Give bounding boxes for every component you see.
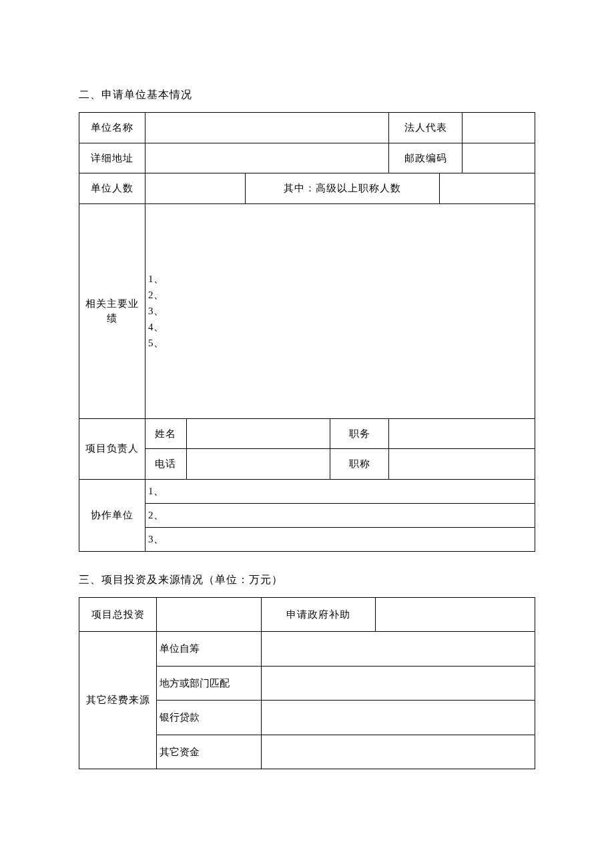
title-value: [389, 449, 535, 480]
achievement-item-5: 5、: [148, 338, 164, 348]
achievements-value: 1、 2、 3、 4、 5、: [145, 203, 535, 418]
achievement-item-4: 4、: [148, 322, 164, 332]
achievement-item-2: 2、: [148, 290, 164, 300]
unit-info-table: 单位名称 法人代表 详细地址 邮政编码 单位人数 其中：高级以上职称人数 相关主…: [79, 112, 535, 552]
unit-name-label: 单位名称: [79, 113, 145, 143]
project-leader-label: 项目负责人: [79, 418, 145, 479]
table-row: 单位名称 法人代表: [79, 113, 535, 143]
table-row: 3、: [79, 527, 535, 551]
local-match-value: [262, 666, 535, 701]
address-label: 详细地址: [79, 143, 145, 173]
senior-count-value: [439, 173, 535, 204]
legal-rep-label: 法人代表: [389, 113, 462, 143]
unit-count-label: 单位人数: [79, 173, 145, 204]
postal-value: [462, 143, 535, 173]
achievement-item-3: 3、: [148, 306, 164, 316]
table-row: 单位人数 其中：高级以上职称人数: [79, 173, 535, 204]
self-raised-label: 单位自筹: [157, 632, 262, 667]
postal-label: 邮政编码: [389, 143, 462, 173]
table-row: 2、: [79, 503, 535, 527]
table-row: 协作单位 1、: [79, 479, 535, 503]
table-row: 详细地址 邮政编码: [79, 143, 535, 173]
legal-rep-value: [462, 113, 535, 143]
bank-loan-label: 银行贷款: [157, 701, 262, 735]
achievement-item-1: 1、: [148, 274, 164, 284]
position-value: [389, 418, 535, 449]
address-value: [145, 143, 389, 173]
phone-label: 电话: [145, 449, 186, 480]
phone-value: [186, 449, 330, 480]
achievements-label: 相关主要业绩: [79, 203, 145, 418]
self-raised-value: [262, 632, 535, 667]
collab-label: 协作单位: [79, 479, 145, 551]
name-label: 姓名: [145, 418, 186, 449]
position-label: 职务: [330, 418, 389, 449]
bank-loan-value: [262, 701, 535, 735]
local-match-label: 地方或部门匹配: [157, 666, 262, 701]
table-row: 电话 职称: [79, 449, 535, 480]
table-row: 项目总投资 申请政府补助: [79, 597, 535, 632]
total-invest-value: [157, 597, 262, 632]
gov-subsidy-label: 申请政府补助: [262, 597, 376, 632]
gov-subsidy-value: [375, 597, 535, 632]
section-3-heading: 三、项目投资及来源情况（单位：万元）: [79, 572, 535, 588]
other-funds-value: [262, 735, 535, 769]
total-invest-label: 项目总投资: [79, 597, 157, 632]
table-row: 其它经费来源 单位自筹: [79, 632, 535, 667]
investment-table: 项目总投资 申请政府补助 其它经费来源 单位自筹 地方或部门匹配 银行贷款 其它…: [79, 597, 535, 770]
collab-1: 1、: [145, 479, 535, 503]
unit-name-value: [145, 113, 389, 143]
title-label: 职称: [330, 449, 389, 480]
section-2-heading: 二、申请单位基本情况: [79, 87, 535, 103]
table-row: 项目负责人 姓名 职务: [79, 418, 535, 449]
senior-count-label: 其中：高级以上职称人数: [246, 173, 439, 204]
other-sources-label: 其它经费来源: [79, 632, 157, 769]
table-row: 相关主要业绩 1、 2、 3、 4、 5、: [79, 203, 535, 418]
unit-count-value: [145, 173, 246, 204]
collab-3: 3、: [145, 527, 535, 551]
collab-2: 2、: [145, 503, 535, 527]
name-value: [186, 418, 330, 449]
other-funds-label: 其它资金: [157, 735, 262, 769]
